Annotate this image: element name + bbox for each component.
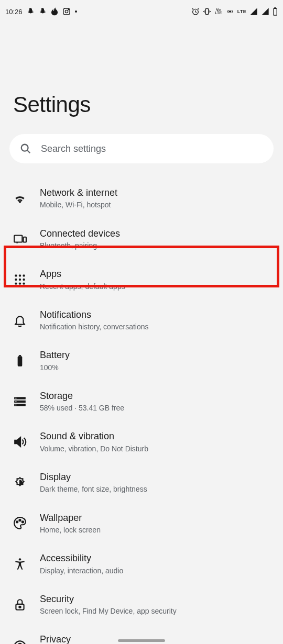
svg-point-27: [15, 401, 16, 402]
svg-point-9: [21, 145, 28, 151]
setting-item-sound[interactable]: Sound & vibration Volume, vibration, Do …: [0, 421, 283, 462]
svg-point-17: [23, 279, 25, 281]
svg-point-20: [23, 282, 25, 284]
snapchat-icon-2: [38, 7, 47, 16]
wifi-icon: [13, 192, 27, 205]
palette-icon: [13, 516, 27, 530]
setting-title: Display: [40, 471, 274, 483]
setting-text: Wallpaper Home, lock screen: [40, 512, 274, 535]
svg-point-19: [19, 282, 21, 284]
setting-item-connected-devices[interactable]: Connected devices Bluetooth, pairing: [0, 219, 283, 260]
setting-title: Security: [40, 593, 274, 605]
status-left: 10:26: [5, 7, 78, 16]
setting-subtitle: Mobile, Wi-Fi, hotspot: [40, 200, 274, 209]
setting-title: Network & internet: [40, 187, 274, 199]
setting-item-notifications[interactable]: Notifications Notification history, conv…: [0, 300, 283, 341]
svg-point-1: [65, 10, 68, 13]
dot-icon: [74, 7, 78, 16]
setting-subtitle: 100%: [40, 363, 274, 372]
status-time: 10:26: [5, 8, 23, 16]
setting-item-battery[interactable]: Battery 100%: [0, 340, 283, 381]
setting-text: Battery 100%: [40, 349, 274, 372]
setting-subtitle: Recent apps, default apps: [40, 282, 274, 291]
svg-point-14: [23, 274, 25, 276]
svg-point-34: [19, 606, 20, 607]
tinder-icon: [50, 7, 59, 16]
setting-text: Apps Recent apps, default apps: [40, 268, 274, 291]
privacy-icon: [13, 638, 27, 644]
setting-title: Accessibility: [40, 552, 274, 564]
setting-item-wallpaper[interactable]: Wallpaper Home, lock screen: [0, 503, 283, 544]
svg-rect-5: [205, 9, 208, 15]
apps-grid-icon: [13, 273, 27, 286]
setting-title: Storage: [40, 390, 274, 402]
search-bar[interactable]: Search settings: [9, 134, 274, 163]
setting-subtitle: Volume, vibration, Do Not Disturb: [40, 444, 274, 453]
vibrate-icon: [203, 7, 211, 16]
setting-title: Connected devices: [40, 228, 274, 240]
page-title: Settings: [0, 23, 283, 117]
setting-item-security[interactable]: Security Screen lock, Find My Device, ap…: [0, 584, 283, 625]
status-right: Vo LTE LTE: [191, 7, 278, 16]
setting-text: Sound & vibration Volume, vibration, Do …: [40, 430, 274, 453]
setting-subtitle: Display, interaction, audio: [40, 566, 274, 575]
devices-icon: [13, 232, 27, 246]
setting-item-display[interactable]: Display Dark theme, font size, brightnes…: [0, 462, 283, 503]
setting-text: Notifications Notification history, conv…: [40, 309, 274, 332]
hotspot-icon: [226, 7, 234, 16]
svg-rect-22: [19, 355, 21, 356]
svg-point-28: [15, 404, 16, 405]
svg-rect-10: [14, 236, 22, 242]
svg-point-12: [15, 274, 17, 276]
svg-point-18: [15, 282, 17, 284]
setting-subtitle: Dark theme, font size, brightness: [40, 484, 274, 494]
svg-point-32: [19, 558, 21, 560]
setting-subtitle: Screen lock, Find My Device, app securit…: [40, 606, 274, 616]
svg-point-31: [22, 521, 24, 523]
lock-icon: [13, 598, 27, 612]
setting-subtitle: Home, lock screen: [40, 525, 274, 535]
instagram-icon: [62, 7, 71, 16]
signal-icon-2: [261, 7, 269, 16]
lte-indicator: LTE: [237, 9, 246, 14]
setting-subtitle: Bluetooth, pairing: [40, 241, 274, 250]
svg-rect-21: [18, 356, 23, 367]
battery-status-icon: [273, 7, 278, 16]
svg-point-15: [15, 279, 17, 281]
storage-icon: [13, 395, 27, 408]
setting-text: Security Screen lock, Find My Device, ap…: [40, 593, 274, 616]
snapchat-icon: [26, 7, 35, 16]
svg-point-13: [19, 274, 21, 276]
setting-title: Sound & vibration: [40, 430, 274, 442]
setting-text: Connected devices Bluetooth, pairing: [40, 228, 274, 251]
setting-item-storage[interactable]: Storage 58% used · 53.41 GB free: [0, 381, 283, 422]
alarm-icon: [191, 7, 200, 16]
svg-point-29: [16, 521, 18, 523]
setting-text: Storage 58% used · 53.41 GB free: [40, 390, 274, 413]
status-bar: 10:26 Vo LTE LTE: [0, 0, 283, 23]
setting-title: Wallpaper: [40, 512, 274, 524]
svg-point-6: [229, 11, 231, 13]
setting-subtitle: Notification history, conversations: [40, 322, 274, 331]
svg-point-16: [19, 279, 21, 281]
search-placeholder: Search settings: [41, 143, 106, 154]
setting-item-apps[interactable]: Apps Recent apps, default apps: [0, 259, 283, 300]
setting-item-network[interactable]: Network & internet Mobile, Wi-Fi, hotspo…: [0, 178, 283, 219]
sound-icon: [13, 435, 27, 449]
nav-handle[interactable]: [118, 639, 165, 642]
svg-point-3: [75, 10, 77, 13]
battery-icon: [13, 354, 27, 368]
setting-item-accessibility[interactable]: Accessibility Display, interaction, audi…: [0, 543, 283, 584]
bell-icon: [13, 314, 27, 327]
settings-list: Network & internet Mobile, Wi-Fi, hotspo…: [0, 178, 283, 644]
signal-icon-1: [249, 7, 258, 16]
brightness-icon: [13, 476, 27, 490]
svg-point-26: [15, 397, 16, 398]
svg-point-30: [19, 519, 20, 521]
setting-title: Battery: [40, 349, 274, 361]
volte-indicator: Vo LTE: [214, 8, 223, 15]
svg-rect-7: [274, 8, 277, 15]
setting-title: Notifications: [40, 309, 274, 321]
setting-text: Accessibility Display, interaction, audi…: [40, 552, 274, 575]
setting-title: Apps: [40, 268, 274, 280]
